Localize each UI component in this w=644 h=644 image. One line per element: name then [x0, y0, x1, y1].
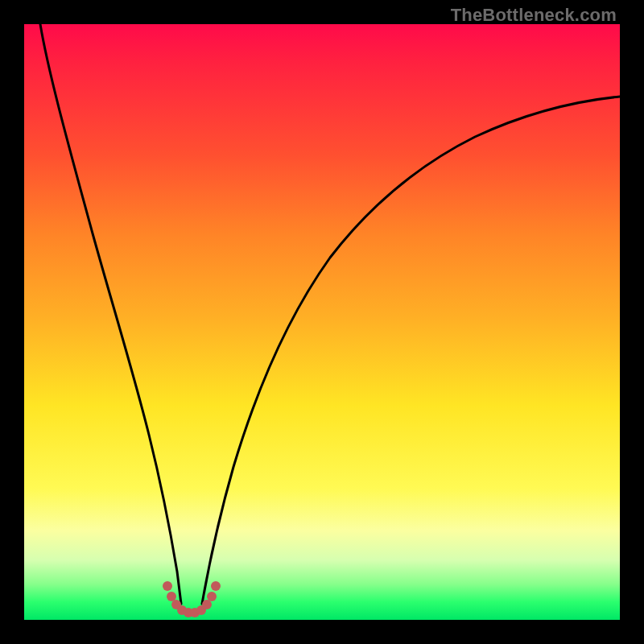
- svg-point-9: [211, 581, 221, 591]
- curve-layer: [24, 24, 620, 620]
- watermark-text: TheBottleneck.com: [451, 5, 617, 26]
- curve-right-branch: [202, 97, 620, 604]
- svg-point-7: [202, 600, 212, 609]
- curve-left-branch: [40, 24, 181, 604]
- svg-point-0: [163, 581, 172, 591]
- svg-point-1: [167, 592, 176, 601]
- svg-point-8: [207, 592, 217, 601]
- plot-area: [24, 24, 620, 620]
- chart-frame: [24, 24, 620, 620]
- valley-marker: [163, 581, 221, 617]
